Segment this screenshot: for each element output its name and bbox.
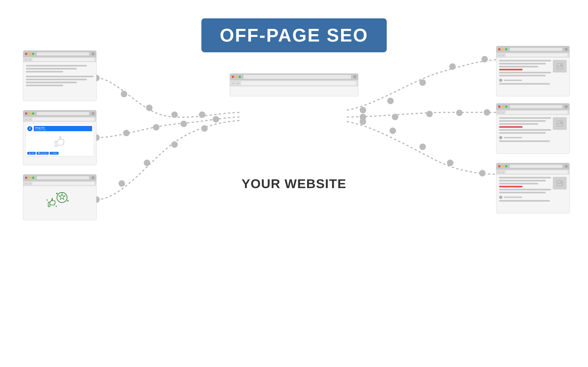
dot-yellow [502, 48, 504, 50]
facebook-post: f Doug Out Wonderful day! 👍 Like 💬 Comme… [26, 125, 94, 156]
share-button: ↗ Share [50, 152, 59, 155]
menu-icon [92, 177, 95, 179]
content-line [499, 83, 550, 85]
dot-red [25, 177, 27, 179]
svg-point-20 [360, 114, 366, 120]
content-line [499, 183, 538, 184]
svg-point-21 [392, 114, 398, 120]
nav-back: ← [498, 54, 501, 56]
facebook-username: Doug Out [35, 127, 91, 129]
highlight-line [499, 69, 523, 70]
dot-green [239, 76, 241, 78]
dot-red [25, 53, 27, 55]
content-line [499, 177, 551, 178]
svg-point-42 [561, 122, 562, 123]
dot-red [25, 112, 27, 115]
nav-forward: → [236, 81, 240, 85]
content-line [26, 85, 63, 86]
dot-red [498, 106, 501, 108]
svg-point-1 [121, 91, 127, 97]
svg-point-4 [199, 111, 205, 118]
left-top-window: ← → [23, 50, 96, 101]
dot-green [32, 53, 34, 55]
content-line [499, 129, 551, 131]
svg-point-13 [171, 141, 178, 148]
right-mid-window: ← → [496, 103, 570, 154]
avatar-name [504, 80, 522, 81]
svg-point-9 [213, 116, 219, 123]
facebook-tagline: Wonderful day! [35, 129, 91, 131]
svg-point-29 [479, 170, 485, 176]
dot-green [32, 177, 34, 179]
dot-yellow [502, 165, 504, 167]
avatar [499, 196, 502, 199]
like-button: 👍 Like [27, 152, 36, 155]
facebook-user-info: Doug Out Wonderful day! [34, 126, 92, 131]
right-top-window: ← → [496, 46, 570, 96]
menu-icon [92, 112, 95, 115]
svg-point-3 [171, 111, 178, 118]
svg-point-19 [481, 56, 488, 62]
dot-red [232, 76, 234, 78]
svg-point-23 [456, 110, 463, 116]
content-line [499, 123, 538, 125]
menu-icon [565, 106, 568, 108]
svg-point-22 [426, 111, 433, 117]
avatar-name [504, 197, 522, 198]
svg-point-18 [449, 63, 456, 70]
facebook-thumb [27, 133, 92, 151]
left-mid-window-facebook: ← → f Doug Out Wonderful day! 👍 Like [23, 110, 96, 165]
avatar [499, 79, 502, 82]
address-bar [37, 176, 89, 179]
avatar-row [499, 136, 567, 139]
menu-icon [92, 53, 95, 55]
svg-point-8 [181, 121, 187, 127]
highlight-line [499, 126, 523, 128]
nav-forward: → [502, 171, 504, 173]
url-bar [32, 118, 95, 121]
content-line [499, 132, 546, 134]
menu-icon [565, 48, 568, 50]
dot-yellow [28, 112, 31, 115]
avatar-name [504, 137, 522, 138]
address-bar [510, 105, 562, 108]
facebook-icon: f [27, 126, 32, 131]
content-line [26, 68, 77, 69]
nav-back: ← [498, 111, 501, 114]
url-bar [241, 81, 356, 85]
dot-green [32, 112, 34, 115]
nav-forward: → [29, 182, 31, 185]
content-line [26, 79, 87, 80]
menu-icon [354, 76, 356, 78]
address-bar [37, 52, 89, 56]
svg-point-24 [484, 109, 490, 116]
nav-back: ← [498, 171, 501, 173]
nav-forward: → [502, 54, 504, 56]
svg-point-2 [146, 105, 153, 111]
right-bot-window: ← → [496, 163, 570, 213]
content-line [499, 75, 546, 76]
highlight-line [499, 186, 523, 187]
content-line [499, 66, 538, 67]
content-line [499, 120, 546, 122]
svg-point-16 [387, 98, 394, 104]
dot-red [498, 165, 501, 167]
dot-green [505, 48, 507, 50]
address-bar [510, 48, 562, 51]
address-bar [37, 112, 89, 115]
nav-back: ← [25, 118, 27, 121]
nav-forward: → [502, 111, 504, 114]
menu-icon [565, 165, 568, 167]
nav-back: ← [25, 182, 27, 185]
svg-point-28 [447, 160, 453, 166]
dot-green [505, 106, 507, 108]
content-line [499, 200, 550, 202]
facebook-actions: 👍 Like 💬 Comment ↗ Share [27, 152, 92, 155]
avatar-row [499, 196, 567, 199]
dot-green [505, 165, 507, 167]
svg-point-26 [389, 127, 396, 134]
url-bar [32, 58, 95, 61]
svg-point-44 [561, 181, 562, 183]
content-line [26, 71, 63, 73]
address-bar [243, 75, 351, 79]
